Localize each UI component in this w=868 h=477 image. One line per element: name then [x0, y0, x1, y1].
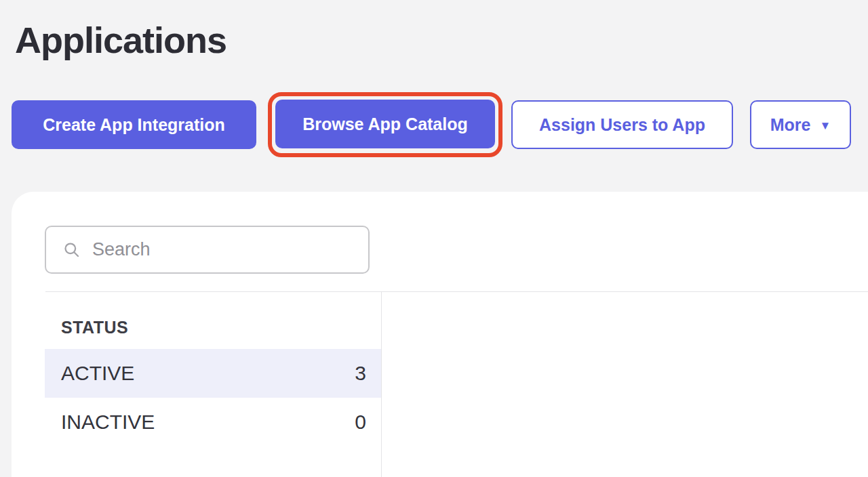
filter-panel-divider — [381, 292, 382, 477]
page-title: Applications — [15, 19, 226, 61]
more-dropdown-button[interactable]: More ▼ — [750, 100, 851, 149]
filter-row-count: 3 — [355, 362, 366, 385]
assign-users-to-app-button[interactable]: Assign Users to App — [511, 100, 733, 149]
status-column-header: STATUS — [45, 292, 381, 349]
filter-row-label: ACTIVE — [61, 362, 134, 385]
filter-row-active[interactable]: ACTIVE 3 — [45, 349, 381, 398]
search-box[interactable] — [45, 226, 370, 274]
filter-row-label: INACTIVE — [61, 411, 155, 434]
filter-row-count: 0 — [355, 411, 366, 434]
more-button-label: More — [770, 115, 811, 135]
applications-card: STATUS ACTIVE 3 INACTIVE 0 — [12, 192, 868, 477]
status-filter-panel: STATUS ACTIVE 3 INACTIVE 0 — [45, 292, 381, 447]
browse-app-catalog-button[interactable]: Browse App Catalog — [275, 100, 495, 148]
search-input[interactable] — [91, 239, 356, 261]
applications-page: Applications Create App Integration Brow… — [0, 0, 868, 477]
create-app-integration-button[interactable]: Create App Integration — [12, 100, 256, 149]
chevron-down-icon: ▼ — [819, 119, 831, 133]
search-icon — [62, 241, 81, 259]
filter-row-inactive[interactable]: INACTIVE 0 — [45, 398, 381, 447]
annotation-highlight-ring: Browse App Catalog — [268, 92, 502, 157]
